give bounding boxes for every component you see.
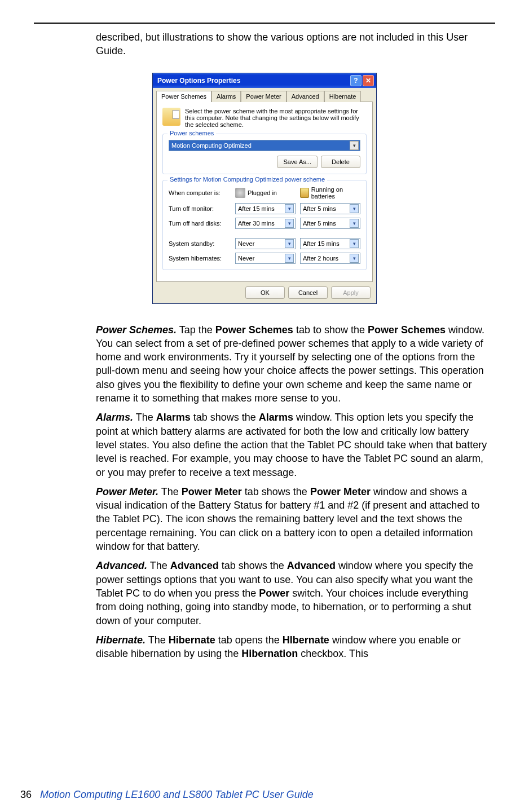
ps-head: Power Schemes. — [96, 324, 177, 336]
pm-head: Power Meter. — [96, 486, 158, 497]
standby-label: System standby: — [169, 240, 231, 247]
advanced-paragraph: Advanced. The Advanced tab shows the Adv… — [96, 559, 490, 627]
plugged-header: Plugged in — [235, 188, 296, 198]
text: Tap the — [177, 324, 215, 336]
text: window. You can select from a set of pre… — [96, 324, 484, 404]
top-rule — [34, 23, 495, 24]
standby-plugged-value: Never — [238, 240, 254, 247]
text: The — [133, 412, 156, 423]
standby-battery-value: After 15 mins — [303, 240, 340, 247]
apply-button[interactable]: Apply — [331, 286, 371, 299]
text: Power Meter — [310, 486, 371, 497]
hiber-battery-value: After 2 hours — [303, 255, 338, 262]
chevron-down-icon: ▾ — [350, 141, 359, 150]
page-footer: 36 Motion Computing LE1600 and LS800 Tab… — [20, 789, 314, 801]
chevron-down-icon: ▾ — [350, 239, 359, 248]
ad-head: Advanced. — [96, 560, 147, 571]
battery-header: Running on batteries — [300, 186, 360, 200]
page-number: 36 — [20, 789, 32, 800]
text: Power Schemes — [368, 324, 446, 336]
scheme-dropdown[interactable]: Motion Computing Optimized ▾ — [169, 140, 360, 151]
monitor-battery-dropdown[interactable]: After 5 mins▾ — [300, 203, 360, 214]
when-label: When computer is: — [169, 189, 231, 196]
text: Power Schemes — [215, 324, 293, 336]
chevron-down-icon: ▾ — [350, 254, 359, 263]
tab-power-schemes[interactable]: Power Schemes — [156, 91, 211, 102]
delete-button[interactable]: Delete — [321, 156, 360, 168]
chevron-down-icon: ▾ — [285, 219, 294, 228]
alarms-paragraph: Alarms. The Alarms tab shows the Alarms … — [96, 411, 490, 479]
text: Advanced — [170, 560, 219, 571]
tabbar: Power Schemes Alarms Power Meter Advance… — [153, 88, 376, 102]
text: tab opens the — [215, 634, 283, 646]
hiber-plugged-dropdown[interactable]: Never▾ — [235, 253, 296, 264]
text: The — [147, 560, 170, 571]
dialog-title: Power Options Properties — [157, 77, 240, 85]
monitor-label: Turn off monitor: — [169, 205, 231, 212]
close-button[interactable]: ✕ — [363, 75, 374, 86]
text: Alarms — [156, 412, 191, 423]
text: Hibernate — [169, 634, 215, 646]
chevron-down-icon: ▾ — [285, 239, 294, 248]
text: The — [146, 634, 169, 646]
monitor-plugged-value: After 15 mins — [238, 205, 275, 212]
monitor-battery-value: After 5 mins — [303, 205, 336, 212]
text: Power Meter — [182, 486, 242, 497]
text: checkbox. This — [298, 648, 368, 659]
save-as-button[interactable]: Save As... — [277, 156, 318, 168]
disks-battery-dropdown[interactable]: After 5 mins▾ — [300, 218, 360, 229]
chevron-down-icon: ▾ — [285, 204, 294, 213]
ok-button[interactable]: OK — [245, 286, 285, 299]
monitor-plugged-dropdown[interactable]: After 15 mins▾ — [235, 203, 296, 214]
tab-power-meter[interactable]: Power Meter — [241, 91, 286, 102]
tab-hibernate[interactable]: Hibernate — [324, 91, 362, 102]
power-schemes-paragraph: Power Schemes. Tap the Power Schemes tab… — [96, 323, 490, 405]
hb-head: Hibernate. — [96, 634, 146, 646]
chevron-down-icon: ▾ — [350, 204, 359, 213]
standby-plugged-dropdown[interactable]: Never▾ — [235, 238, 296, 249]
text: Advanced — [287, 560, 336, 571]
intro-text: Select the power scheme with the most ap… — [185, 108, 367, 128]
hiber-battery-dropdown[interactable]: After 2 hours▾ — [300, 253, 360, 264]
intro-paragraph: described, but illustrations to show the… — [96, 30, 490, 58]
settings-fieldset: Settings for Motion Computing Optimized … — [162, 180, 367, 270]
power-schemes-legend: Power schemes — [167, 130, 216, 136]
disks-plugged-dropdown[interactable]: After 30 mins▾ — [235, 218, 296, 229]
hiber-label: System hibernates: — [169, 255, 231, 262]
text: tab to show the — [293, 324, 368, 336]
scheme-icon — [162, 108, 180, 126]
standby-battery-dropdown[interactable]: After 15 mins▾ — [300, 238, 360, 249]
text: HIbernate — [283, 634, 329, 646]
plugged-label: Plugged in — [248, 189, 277, 196]
disks-label: Turn off hard disks: — [169, 220, 231, 227]
text: The — [158, 486, 182, 497]
chevron-down-icon: ▾ — [285, 254, 294, 263]
chevron-down-icon: ▾ — [350, 219, 359, 228]
cancel-button[interactable]: Cancel — [288, 286, 328, 299]
titlebar: Power Options Properties ? ✕ — [153, 73, 376, 88]
hiber-plugged-value: Never — [238, 255, 254, 262]
text: Alarms — [259, 412, 293, 423]
text: tab shows the — [191, 412, 259, 423]
text: Power — [259, 588, 289, 599]
help-button[interactable]: ? — [350, 75, 362, 86]
plug-icon — [235, 188, 245, 198]
power-schemes-fieldset: Power schemes Motion Computing Optimized… — [162, 134, 367, 174]
battery-icon — [300, 188, 309, 198]
text: tab shows the — [242, 486, 310, 497]
text: tab shows the — [219, 560, 287, 571]
guide-title: Motion Computing LE1600 and LS800 Tablet… — [40, 789, 314, 800]
tab-body: Select the power scheme with the most ap… — [156, 102, 373, 282]
tab-alarms[interactable]: Alarms — [211, 91, 241, 102]
power-meter-paragraph: Power Meter. The Power Meter tab shows t… — [96, 485, 490, 553]
disks-battery-value: After 5 mins — [303, 220, 336, 227]
battery-label: Running on batteries — [311, 186, 360, 200]
power-options-dialog: Power Options Properties ? ✕ Power Schem… — [152, 73, 377, 304]
disks-plugged-value: After 30 mins — [238, 220, 275, 227]
text: Hibernation — [241, 648, 298, 659]
hibernate-paragraph: Hibernate. The Hibernate tab opens the H… — [96, 633, 490, 661]
tab-advanced[interactable]: Advanced — [286, 91, 324, 102]
settings-legend: Settings for Motion Computing Optimized … — [167, 176, 327, 183]
al-head: Alarms. — [96, 412, 133, 423]
scheme-selected: Motion Computing Optimized — [171, 142, 252, 149]
